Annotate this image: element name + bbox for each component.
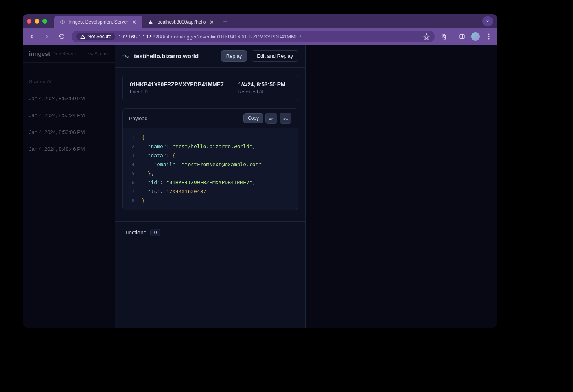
event-name: test/hello.bizarro.world bbox=[134, 53, 216, 59]
triangle-icon bbox=[148, 19, 153, 25]
functions-label: Functions bbox=[122, 229, 146, 236]
address-bar[interactable]: Not Secure 192.168.1.102:8288/stream/tri… bbox=[72, 31, 435, 42]
bookmark-star-icon[interactable] bbox=[423, 33, 430, 40]
not-secure-label: Not Secure bbox=[88, 34, 111, 39]
minimize-window-button[interactable] bbox=[35, 19, 39, 24]
brand-subtitle: Dev Server bbox=[52, 51, 76, 57]
received-at-block: 1/4/24, 8:53:50 PM Received At bbox=[231, 81, 298, 95]
replay-button[interactable]: Replay bbox=[221, 50, 247, 62]
close-window-button[interactable] bbox=[27, 19, 31, 24]
sort-icon[interactable] bbox=[280, 113, 291, 124]
url-text: 192.168.1.102:8288/stream/trigger?event=… bbox=[118, 34, 302, 40]
profile-avatar[interactable] bbox=[471, 32, 480, 41]
payload-label: Payload bbox=[129, 115, 241, 121]
reload-button[interactable] bbox=[57, 31, 67, 42]
globe-icon bbox=[60, 19, 65, 25]
functions-count: 0 bbox=[150, 229, 161, 236]
not-secure-badge[interactable]: Not Secure bbox=[76, 33, 115, 40]
received-at-value: 1/4/24, 8:53:50 PM bbox=[238, 81, 291, 88]
right-pane bbox=[306, 45, 497, 328]
payload-json[interactable]: 1{2 "name": "test/hello.bizarro.world",3… bbox=[123, 128, 298, 210]
received-at-label: Received At bbox=[238, 89, 291, 95]
event-icon bbox=[122, 54, 129, 59]
maximize-window-button[interactable] bbox=[42, 19, 47, 24]
wrap-lines-icon[interactable] bbox=[265, 113, 277, 124]
app-content: inngest Dev Server Stream Started At Jan… bbox=[23, 45, 497, 328]
tab-strip: Inngest Development Server ✕ localhost:3… bbox=[54, 14, 230, 28]
forward-button[interactable] bbox=[42, 31, 52, 42]
browser-toolbar: Not Secure 192.168.1.102:8288/stream/tri… bbox=[23, 28, 497, 45]
started-at-header: Started At bbox=[23, 63, 115, 90]
tab-title: Inngest Development Server bbox=[68, 19, 128, 25]
sidebar-header: inngest Dev Server Stream bbox=[23, 45, 115, 63]
new-tab-button[interactable]: + bbox=[220, 18, 230, 25]
menu-kebab-icon[interactable] bbox=[485, 32, 493, 41]
svg-point-2 bbox=[488, 33, 489, 35]
functions-section: Functions 0 bbox=[115, 221, 305, 244]
detail-panel: test/hello.bizarro.world Replay Edit and… bbox=[115, 45, 306, 328]
payload-header: Payload Copy bbox=[123, 109, 298, 128]
event-info-card: 01HKB41X90FRZPMXYPDB41MME7 Event ID 1/4/… bbox=[122, 75, 298, 101]
close-tab-icon[interactable]: ✕ bbox=[209, 19, 215, 25]
payload-card: Payload Copy 1{2 "name": "test/hello.biz… bbox=[122, 108, 298, 210]
extensions-icon[interactable] bbox=[439, 32, 448, 41]
svg-point-4 bbox=[488, 38, 489, 39]
tab-localhost[interactable]: localhost:3000/api/hello ✕ bbox=[142, 16, 220, 28]
event-id-value: 01HKB41X90FRZPMXYPDB41MME7 bbox=[130, 81, 224, 88]
toolbar-divider bbox=[453, 33, 453, 40]
brand-name: inngest bbox=[29, 50, 50, 57]
chevron-down-icon[interactable] bbox=[482, 16, 493, 26]
stream-row[interactable]: Jan 4, 2024, 8:50:06 PM bbox=[23, 124, 115, 141]
sidepanel-icon[interactable] bbox=[458, 32, 466, 41]
sidebar: inngest Dev Server Stream Started At Jan… bbox=[23, 45, 115, 328]
tab-title: localhost:3000/api/hello bbox=[157, 19, 206, 25]
copy-button[interactable]: Copy bbox=[243, 113, 263, 123]
svg-point-3 bbox=[488, 36, 489, 37]
back-button[interactable] bbox=[27, 31, 37, 42]
edit-and-replay-button[interactable]: Edit and Replay bbox=[252, 50, 298, 62]
stream-row[interactable]: Jan 4, 2024, 8:48:46 PM bbox=[23, 141, 115, 158]
traffic-lights bbox=[27, 19, 47, 24]
stream-row[interactable]: Jan 4, 2024, 8:53:50 PM bbox=[23, 90, 115, 107]
stream-row[interactable]: Jan 4, 2024, 8:50:24 PM bbox=[23, 107, 115, 124]
stream-tab[interactable]: Stream bbox=[88, 51, 109, 56]
titlebar: Inngest Development Server ✕ localhost:3… bbox=[23, 14, 497, 28]
detail-header: test/hello.bizarro.world Replay Edit and… bbox=[115, 45, 305, 68]
svg-rect-1 bbox=[460, 35, 464, 39]
event-id-block: 01HKB41X90FRZPMXYPDB41MME7 Event ID bbox=[123, 81, 231, 95]
event-id-label: Event ID bbox=[130, 89, 224, 95]
tab-inngest[interactable]: Inngest Development Server ✕ bbox=[54, 16, 142, 28]
close-tab-icon[interactable]: ✕ bbox=[131, 19, 137, 25]
browser-window: Inngest Development Server ✕ localhost:3… bbox=[23, 14, 497, 328]
